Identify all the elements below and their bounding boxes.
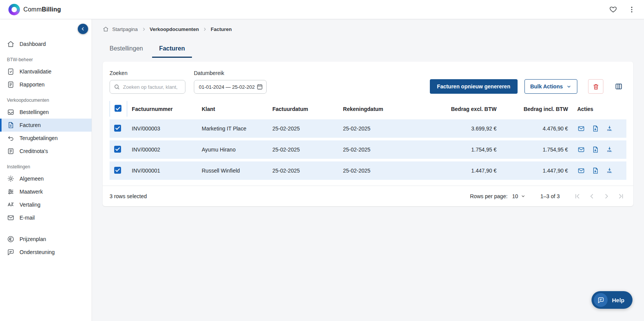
mail-icon — [7, 214, 15, 222]
first-page-icon[interactable] — [572, 191, 583, 202]
breadcrumb-item[interactable]: Verkoopdocumenten — [150, 26, 199, 32]
breadcrumb-home-icon[interactable] — [103, 26, 109, 32]
sidebar-collapse-button[interactable] — [78, 24, 88, 34]
download-xml-icon[interactable]: XML — [606, 167, 613, 174]
sidebar-item-prijzenplan[interactable]: Prijzenplan — [0, 233, 92, 246]
chevron-right-icon — [141, 27, 146, 32]
sidebar-item-klantvalidatie[interactable]: Klantvalidatie — [0, 65, 92, 78]
calendar-icon[interactable] — [256, 83, 263, 90]
delete-button[interactable] — [588, 79, 603, 94]
help-button[interactable]: Help — [592, 291, 633, 309]
date-range-filter-group: Datumbereik — [194, 70, 267, 94]
refund-icon — [7, 134, 15, 142]
send-email-icon[interactable] — [577, 146, 585, 153]
sidebar-item-facturen[interactable]: Facturen — [0, 119, 92, 132]
sidebar-item-algemeen[interactable]: Algemeen — [0, 172, 92, 185]
cell-billing-date: 25-02-2025 — [338, 161, 430, 180]
credit-note-icon — [7, 147, 15, 155]
table-row[interactable]: INV/000003 Marketing IT Place 25-02-2025… — [110, 119, 626, 138]
sidebar-item-ondersteuning[interactable]: Ondersteuning — [0, 246, 92, 259]
last-page-icon[interactable] — [616, 191, 626, 202]
sidebar-section-verkoopdocumenten: Verkoopdocumenten — [0, 91, 92, 106]
select-all-checkbox[interactable] — [115, 105, 121, 112]
table-row[interactable]: INV/000001 Russell Winfield 25-02-2025 2… — [110, 161, 626, 180]
sidebar-divider-gap — [0, 224, 92, 233]
cell-customer: Marketing IT Place — [197, 119, 267, 138]
search-input[interactable] — [110, 80, 185, 94]
next-page-icon[interactable] — [601, 191, 612, 202]
support-chat-icon — [7, 248, 15, 256]
sidebar-item-email[interactable]: E-mail — [0, 211, 92, 224]
pagination-range-text: 1–3 of 3 — [540, 193, 560, 199]
rows-per-page-value: 10 — [512, 193, 518, 199]
sidebar-item-vertaling[interactable]: Vertaling — [0, 198, 92, 211]
download-pdf-icon[interactable] — [592, 146, 599, 153]
bulk-actions-label: Bulk Actions — [530, 83, 563, 90]
rows-selected-text: 3 rows selected — [110, 193, 147, 199]
brand[interactable]: CommBilling — [8, 4, 61, 15]
table-footer: 3 rows selected Rows per page: 10 1–3 of… — [103, 186, 633, 206]
bulk-actions-button[interactable]: Bulk Actions — [524, 79, 577, 94]
row-checkbox[interactable] — [114, 167, 121, 174]
sidebar-item-label: Klantvalidatie — [20, 68, 51, 75]
download-pdf-icon[interactable] — [592, 125, 599, 132]
cell-billing-date: 25-02-2025 — [338, 140, 430, 159]
sidebar-section-btw-beheer: BTW-beheer — [0, 51, 92, 65]
tab-bestellingen[interactable]: Bestellingen — [103, 41, 150, 58]
topbar: CommBilling — [0, 0, 644, 19]
invoices-table: Factuurnummer Klant Factuurdatum Rekenin… — [110, 98, 626, 182]
sidebar-item-rapporten[interactable]: Rapporten — [0, 78, 92, 91]
column-header-bedrag-incl[interactable]: Bedrag incl. BTW — [501, 101, 572, 117]
cell-invoice-date: 25-02-2025 — [268, 140, 338, 159]
tab-facturen[interactable]: Facturen — [152, 41, 192, 58]
sidebar-item-creditnotas[interactable]: Creditnota's — [0, 145, 92, 158]
toolbar-actions: Facturen opnieuw genereren Bulk Actions — [430, 79, 626, 94]
breadcrumb-item[interactable]: Startpagina — [112, 26, 138, 32]
sidebar-item-label: Algemeen — [20, 176, 44, 182]
column-header-factuurdatum[interactable]: Factuurdatum — [268, 101, 338, 117]
favorites-heart-icon[interactable] — [609, 5, 617, 13]
search-filter-group: Zoeken — [110, 70, 185, 94]
sidebar-item-terugbetalingen[interactable]: Terugbetalingen — [0, 132, 92, 145]
column-header-rekeningdatum[interactable]: Rekeningdatum — [338, 101, 430, 117]
download-xml-icon[interactable]: XML — [606, 146, 613, 153]
help-chat-icon — [594, 293, 608, 307]
column-header-acties: Acties — [573, 101, 626, 117]
sidebar-item-label: Maatwerk — [20, 189, 43, 195]
table-row[interactable]: INV/000002 Ayumu Hirano 25-02-2025 25-02… — [110, 140, 626, 159]
row-checkbox[interactable] — [114, 125, 121, 132]
column-header-klant[interactable]: Klant — [197, 101, 267, 117]
send-email-icon[interactable] — [577, 167, 585, 174]
row-actions: XML — [577, 161, 622, 180]
previous-page-icon[interactable] — [587, 191, 597, 202]
rows-per-page-label: Rows per page: — [470, 193, 508, 199]
topbar-actions — [609, 5, 636, 13]
cell-amount-excl: 3.699,92 € — [430, 119, 501, 138]
download-xml-icon[interactable]: XML — [606, 125, 613, 132]
search-box — [110, 80, 185, 94]
kebab-menu-icon[interactable] — [628, 6, 636, 13]
column-header-bedrag-excl[interactable]: Bedrag excl. BTW — [430, 101, 501, 117]
chevron-down-icon — [521, 194, 526, 199]
column-header-factuurnummer[interactable]: Factuurnummer — [127, 101, 197, 117]
sidebar-item-dashboard[interactable]: Dashboard — [0, 37, 92, 51]
help-button-label: Help — [612, 297, 624, 303]
cell-customer: Ayumu Hirano — [197, 140, 267, 159]
euro-icon — [7, 235, 15, 243]
gear-icon — [7, 175, 15, 182]
row-checkbox[interactable] — [114, 146, 121, 153]
sidebar-item-maatwerk[interactable]: Maatwerk — [0, 185, 92, 198]
sliders-icon — [7, 188, 15, 196]
date-range-box — [194, 80, 267, 94]
cell-invoice-date: 25-02-2025 — [268, 119, 338, 138]
regenerate-invoices-button[interactable]: Facturen opnieuw genereren — [430, 79, 518, 94]
date-range-input[interactable] — [194, 80, 267, 94]
breadcrumb-item-current: Facturen — [211, 26, 232, 32]
search-icon — [113, 83, 120, 90]
sidebar-item-bestellingen[interactable]: Bestellingen — [0, 106, 92, 119]
rows-per-page-select[interactable]: 10 — [512, 193, 526, 199]
send-email-icon[interactable] — [577, 125, 585, 132]
download-pdf-icon[interactable] — [592, 167, 599, 174]
svg-text:XML: XML — [607, 129, 612, 131]
column-settings-button[interactable] — [611, 79, 626, 94]
